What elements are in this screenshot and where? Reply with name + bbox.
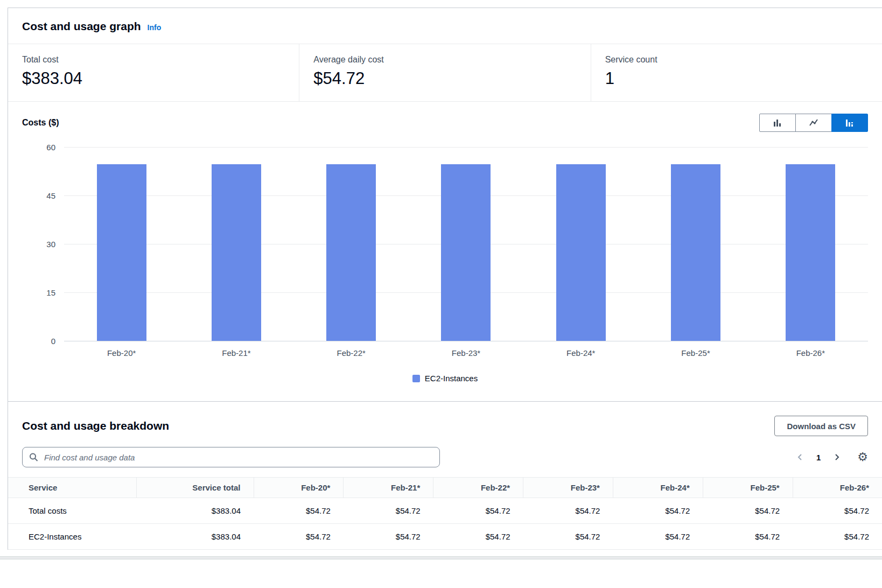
stacked-bar-chart-icon xyxy=(845,118,855,128)
previous-page-button[interactable] xyxy=(795,452,806,463)
bar-slot xyxy=(294,147,409,341)
chart-type-toggle-group xyxy=(759,114,868,132)
breakdown-title: Cost and usage breakdown xyxy=(22,419,169,432)
pagination: 1 ⚙ xyxy=(795,451,868,463)
value-cell: $383.04 xyxy=(136,498,254,524)
stats-row: Total cost $383.04 Average daily cost $5… xyxy=(8,44,882,102)
value-cell: $383.04 xyxy=(136,524,254,550)
bar-ec2-instances[interactable] xyxy=(786,164,835,341)
legend-swatch xyxy=(412,375,420,382)
column-header: Feb-26* xyxy=(793,478,882,498)
service-cell: EC2-Instances xyxy=(8,524,136,550)
y-tick-label: 0 xyxy=(51,337,55,346)
value-cell: $54.72 xyxy=(523,498,613,524)
x-labels-row: Feb-20*Feb-21*Feb-22*Feb-23*Feb-24*Feb-2… xyxy=(64,348,868,358)
column-header: Service total xyxy=(136,478,254,498)
section-divider xyxy=(0,556,882,559)
x-axis-label: Feb-25* xyxy=(638,348,753,358)
chevron-right-icon xyxy=(832,453,841,461)
card-header: Cost and usage graph Info xyxy=(8,8,882,44)
bar-slot xyxy=(638,147,753,341)
y-tick-label: 30 xyxy=(46,240,55,249)
info-link[interactable]: Info xyxy=(148,23,162,32)
chart-section: Costs ($) xyxy=(8,102,882,401)
stacked-bar-chart-toggle[interactable] xyxy=(831,114,868,132)
page: Cost and usage graph Info Total cost $38… xyxy=(0,0,882,559)
y-tick-label: 15 xyxy=(46,288,55,297)
table-header: ServiceService totalFeb-20*Feb-21*Feb-22… xyxy=(8,478,882,498)
breakdown-header: Cost and usage breakdown Download as CSV xyxy=(8,416,882,436)
service-cell: Total costs xyxy=(8,498,136,524)
bar-slot xyxy=(409,147,523,341)
x-axis-label: Feb-26* xyxy=(753,348,868,358)
search-input[interactable] xyxy=(22,447,440,467)
chevron-left-icon xyxy=(796,453,804,461)
stat-total-cost: Total cost $383.04 xyxy=(8,44,299,101)
chart-toolbar: Costs ($) xyxy=(22,114,868,132)
column-header: Feb-20* xyxy=(254,478,344,498)
x-axis-label: Feb-24* xyxy=(523,348,638,358)
x-axis-label: Feb-21* xyxy=(179,348,293,358)
bars-row xyxy=(64,147,868,341)
y-axis: 604530150 xyxy=(22,147,64,341)
column-header: Service xyxy=(8,478,136,498)
column-header: Feb-25* xyxy=(703,478,793,498)
value-cell: $54.72 xyxy=(613,524,703,550)
y-tick-label: 60 xyxy=(46,143,55,152)
line-chart-toggle[interactable] xyxy=(795,114,832,132)
stat-value: $383.04 xyxy=(22,69,285,88)
value-cell: $54.72 xyxy=(254,498,344,524)
search-box xyxy=(22,447,440,467)
table-body: Total costs$383.04$54.72$54.72$54.72$54.… xyxy=(8,498,882,550)
bar-ec2-instances[interactable] xyxy=(441,164,491,341)
column-header: Feb-23* xyxy=(523,478,613,498)
stat-average-daily-cost: Average daily cost $54.72 xyxy=(299,44,590,101)
grouped-bar-chart-toggle[interactable] xyxy=(759,114,796,132)
column-header: Feb-22* xyxy=(433,478,523,498)
table-settings-button[interactable]: ⚙ xyxy=(857,451,868,463)
x-axis-baseline xyxy=(64,341,868,341)
bar-ec2-instances[interactable] xyxy=(326,164,376,341)
value-cell: $54.72 xyxy=(254,524,344,550)
x-axis-label: Feb-23* xyxy=(409,348,523,358)
current-page[interactable]: 1 xyxy=(816,453,821,462)
x-axis-label: Feb-20* xyxy=(64,348,179,358)
value-cell: $54.72 xyxy=(793,498,882,524)
line-chart-icon xyxy=(809,118,818,128)
x-axis-label: Feb-22* xyxy=(294,348,409,358)
column-header: Feb-24* xyxy=(613,478,703,498)
value-cell: $54.72 xyxy=(344,524,433,550)
value-cell: $54.72 xyxy=(703,524,793,550)
stat-service-count: Service count 1 xyxy=(591,44,882,101)
bar-ec2-instances[interactable] xyxy=(556,164,606,341)
value-cell: $54.72 xyxy=(344,498,433,524)
table-row: EC2-Instances$383.04$54.72$54.72$54.72$5… xyxy=(8,524,882,550)
download-csv-button[interactable]: Download as CSV xyxy=(774,416,868,436)
value-cell: $54.72 xyxy=(613,498,703,524)
value-cell: $54.72 xyxy=(433,498,523,524)
bar-ec2-instances[interactable] xyxy=(671,164,720,341)
value-cell: $54.72 xyxy=(703,498,793,524)
stat-value: $54.72 xyxy=(313,69,576,88)
stat-label: Average daily cost xyxy=(313,55,576,65)
value-cell: $54.72 xyxy=(793,524,882,550)
page-title: Cost and usage graph xyxy=(22,20,141,33)
value-cell: $54.72 xyxy=(433,524,523,550)
bar-slot xyxy=(179,147,293,341)
bar-slot xyxy=(753,147,868,341)
value-cell: $54.72 xyxy=(523,524,613,550)
y-tick-label: 45 xyxy=(46,191,55,200)
chart-legend: EC2-Instances xyxy=(22,374,868,383)
breakdown-section: Cost and usage breakdown Download as CSV xyxy=(8,401,882,550)
bar-ec2-instances[interactable] xyxy=(97,164,146,341)
next-page-button[interactable] xyxy=(831,452,842,463)
cost-usage-card: Cost and usage graph Info Total cost $38… xyxy=(8,8,882,550)
y-axis-title: Costs ($) xyxy=(22,114,59,128)
plot-area xyxy=(64,147,868,341)
column-header: Feb-21* xyxy=(344,478,433,498)
bar-slot xyxy=(64,147,179,341)
legend-label: EC2-Instances xyxy=(425,374,478,383)
bar-ec2-instances[interactable] xyxy=(212,164,261,341)
table-row: Total costs$383.04$54.72$54.72$54.72$54.… xyxy=(8,498,882,524)
grouped-bar-chart-icon xyxy=(773,118,782,128)
